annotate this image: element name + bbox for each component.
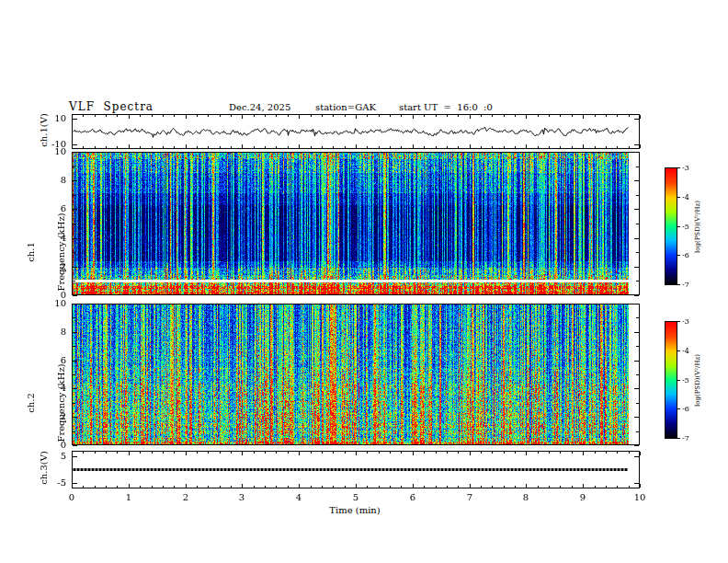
x-minor-tick (560, 452, 561, 454)
x-minor-tick (538, 452, 539, 454)
x-minor-tick (629, 115, 630, 117)
x-minor-tick (617, 452, 618, 454)
x-minor-tick (163, 486, 164, 488)
x-minor-tick (197, 115, 198, 117)
ch2-colorbar (665, 321, 677, 439)
header-date: Dec.24, 2025 (229, 102, 290, 112)
x-major-tick (356, 452, 357, 455)
x-major-tick (186, 484, 187, 488)
y-major-tick (634, 180, 639, 181)
x-minor-tick (401, 115, 402, 117)
x-minor-tick (629, 486, 630, 488)
x-minor-tick (549, 486, 550, 488)
figure-title: VLF Spectra (69, 100, 154, 113)
x-minor-tick (458, 452, 459, 454)
x-major-tick (242, 115, 243, 119)
y-tick-label: 6 (37, 355, 66, 365)
x-major-tick (583, 452, 584, 455)
x-minor-tick (220, 146, 221, 148)
x-minor-tick (401, 486, 402, 488)
x-minor-tick (322, 115, 323, 117)
x-minor-tick (106, 452, 107, 454)
x-minor-tick (197, 452, 198, 454)
y-tick-label: 4 (37, 383, 66, 393)
x-minor-tick (117, 146, 118, 148)
y-minor-tick (636, 167, 639, 167)
x-major-tick (413, 484, 414, 488)
x-minor-tick (254, 115, 255, 117)
x-major-tick (413, 115, 414, 119)
x-minor-tick (152, 452, 153, 454)
x-minor-tick (572, 452, 573, 454)
x-minor-tick (322, 486, 323, 488)
x-minor-tick (606, 452, 607, 454)
x-major-tick (583, 115, 584, 119)
y-tick-label: 8 (37, 175, 66, 185)
x-minor-tick (481, 486, 482, 488)
y-major-tick (634, 361, 639, 362)
y-minor-tick (636, 346, 639, 347)
x-minor-tick (515, 115, 516, 117)
x-minor-tick (163, 115, 164, 117)
x-minor-tick (254, 452, 255, 454)
ch3-waveform-ylabel: ch.3(V) (39, 413, 49, 523)
x-minor-tick (595, 486, 596, 488)
y-major-tick (634, 445, 639, 446)
y-major-tick (73, 209, 77, 210)
x-minor-tick (538, 486, 539, 488)
y-major-tick (634, 304, 639, 304)
x-minor-tick (515, 146, 516, 148)
y-major-tick (634, 144, 639, 145)
x-minor-tick (401, 452, 402, 454)
y-major-tick (634, 238, 639, 239)
x-minor-tick (424, 115, 425, 117)
x-minor-tick (379, 146, 380, 148)
x-minor-tick (345, 486, 346, 488)
x-minor-tick (390, 115, 391, 117)
x-minor-tick (95, 486, 96, 488)
x-minor-tick (174, 146, 175, 148)
x-minor-tick (83, 115, 84, 117)
x-minor-tick (572, 115, 573, 117)
x-minor-tick (447, 115, 448, 117)
x-minor-tick (117, 115, 118, 117)
x-major-tick (470, 484, 471, 488)
x-minor-tick (208, 452, 209, 454)
x-major-tick (356, 115, 357, 119)
x-major-tick (129, 115, 130, 119)
x-minor-tick (492, 115, 493, 117)
x-minor-tick (265, 115, 266, 117)
colorbar-tick-label: -4 (682, 346, 702, 356)
x-minor-tick (606, 115, 607, 117)
ch1-waveform-ylabel: ch.1(V) (39, 75, 49, 186)
x-minor-tick (322, 146, 323, 148)
y-major-tick (634, 295, 639, 296)
y-major-tick (73, 417, 77, 418)
x-minor-tick (220, 452, 221, 454)
x-minor-tick (379, 486, 380, 488)
x-major-tick (299, 115, 300, 119)
y-major-tick (634, 209, 639, 210)
y-minor-tick (73, 281, 75, 282)
colorbar-tick (677, 408, 680, 409)
x-minor-tick (538, 115, 539, 117)
y-major-tick (634, 332, 639, 333)
x-minor-tick (390, 452, 391, 454)
x-minor-tick (560, 146, 561, 148)
y-minor-tick (636, 317, 639, 318)
y-minor-tick (636, 195, 639, 196)
x-minor-tick (481, 115, 482, 117)
colorbar-tick (677, 167, 680, 168)
x-minor-tick (152, 486, 153, 488)
x-major-tick (129, 144, 130, 148)
x-minor-tick (538, 146, 539, 148)
x-minor-tick (322, 452, 323, 454)
x-major-tick (583, 144, 584, 148)
x-minor-tick (311, 115, 312, 117)
y-major-tick (634, 267, 639, 268)
colorbar-tick-label: -3 (682, 316, 702, 327)
x-minor-tick (95, 452, 96, 454)
y-minor-tick (73, 374, 75, 375)
x-minor-tick (447, 452, 448, 454)
colorbar-tick-label: -6 (682, 404, 702, 414)
